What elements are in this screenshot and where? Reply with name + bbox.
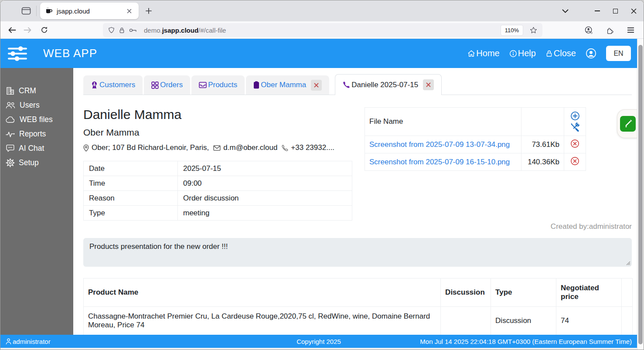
tools-icon[interactable] <box>570 122 580 132</box>
web-app: WEB APP Home Help Close EN <box>0 39 644 350</box>
url-text: demo.jsapp.cloud/#/call-file <box>144 27 501 34</box>
activity-icon <box>6 131 15 137</box>
sliders-menu-icon[interactable] <box>7 45 27 62</box>
chat-icon <box>6 144 15 153</box>
footer-datetime: Mon Jul 14 2025 22:04:18 GMT+0300 (Easte… <box>420 338 632 345</box>
divider <box>36 6 37 16</box>
edit-pencil-icon <box>620 116 636 132</box>
contact-address: Ober; 107 Bd Richard-Lenoir, Paris, <box>92 143 209 152</box>
contact-phone: +33 23932.... <box>291 143 334 152</box>
scrollbar-thumb[interactable] <box>638 45 643 344</box>
file-row: Screenshot from 2025-07-09 13-07-34.png … <box>365 136 586 153</box>
delete-file-icon[interactable] <box>570 156 579 166</box>
tab-close-button[interactable] <box>311 80 322 91</box>
delete-file-icon[interactable] <box>570 139 579 148</box>
tab-orders[interactable]: Orders <box>144 75 190 95</box>
browser-navbar: demo.jsapp.cloud/#/call-file 110% <box>0 21 644 39</box>
app-footer: Copyright 2025 administrator Mon Jul 14 … <box>0 335 637 348</box>
note-textarea[interactable]: Products presentation for the new order … <box>83 238 632 267</box>
tab-products[interactable]: Products <box>191 75 245 95</box>
call-details-table: Date2025-07-15 Time09:00 ReasonOrder dis… <box>83 161 352 221</box>
browser-tab[interactable]: jsapp.cloud <box>40 3 139 19</box>
user-profile-icon[interactable] <box>586 48 596 59</box>
add-file-icon[interactable] <box>570 111 580 121</box>
bookmark-star-icon[interactable] <box>528 24 539 36</box>
lock-icon[interactable] <box>119 27 125 34</box>
site-favicon-mug-icon <box>45 7 53 14</box>
product-name-cell: Chassagne-Montrachet Premier Cru, La Car… <box>84 307 441 335</box>
url-bar[interactable]: demo.jsapp.cloud/#/call-file 110% <box>103 23 542 37</box>
product-discussion-cell <box>441 307 491 335</box>
browser-window: jsapp.cloud <box>0 0 644 350</box>
inbox-icon <box>199 82 207 88</box>
customer-badge-icon <box>91 81 98 89</box>
resize-grip-icon[interactable] <box>626 261 630 265</box>
sidebar-item-reports[interactable]: Reports <box>0 127 73 141</box>
sidebar-item-crm[interactable]: CRM <box>0 84 73 98</box>
sidebar-item-ai-chat[interactable]: AI Chat <box>0 141 73 156</box>
menu-hamburger-icon[interactable] <box>624 24 637 37</box>
table-row: ReasonOrder discussion <box>84 191 352 206</box>
product-row: Chassagne-Montrachet Premier Cru, La Car… <box>84 307 633 335</box>
contact-line: Ober; 107 Bd Richard-Lenoir, Paris, d.m@… <box>83 143 352 152</box>
language-selector[interactable]: EN <box>606 46 631 61</box>
cloud-icon <box>6 116 16 123</box>
tab-customers[interactable]: Customers <box>83 75 143 95</box>
info-icon <box>509 50 517 58</box>
file-size: 140.36Kb <box>521 153 564 171</box>
main-panel: Customers Orders Products <box>73 68 637 335</box>
browser-tab-title: jsapp.cloud <box>57 7 124 15</box>
app-tabbar: Customers Orders Products <box>83 75 632 95</box>
products-table: Product Name Discussion Type Negotiated … <box>83 278 633 335</box>
browser-tabstrip: jsapp.cloud <box>0 0 644 21</box>
table-row: Date2025-07-15 <box>84 161 352 176</box>
phone-small-icon <box>282 145 288 151</box>
key-icon[interactable] <box>129 28 137 33</box>
forward-button[interactable] <box>20 24 34 37</box>
clipboard-icon <box>253 81 259 89</box>
sidebar-item-setup[interactable]: Setup <box>0 156 73 170</box>
shield-icon[interactable] <box>108 27 115 34</box>
page-scrollbar[interactable] <box>637 39 644 350</box>
file-row: Screenshot from 2025-07-09 16-15-10.png … <box>365 153 586 171</box>
tab-close-icon[interactable] <box>124 6 134 16</box>
edit-button[interactable] <box>617 109 637 138</box>
table-row: Typemeeting <box>84 206 352 221</box>
back-button[interactable] <box>5 24 19 37</box>
envelope-icon <box>213 145 221 151</box>
window-maximize-button[interactable] <box>613 9 618 14</box>
tab-list-chevron-icon[interactable] <box>562 9 569 13</box>
sidebar-item-users[interactable]: Users <box>0 98 73 112</box>
window-minimize-button[interactable] <box>595 10 600 11</box>
call-file-content: Danielle Mamma Ober Mamma Ober; 107 Bd R… <box>73 107 637 335</box>
extensions-puzzle-icon[interactable] <box>603 24 617 37</box>
padlock-icon <box>545 50 553 58</box>
product-price-cell: 74 <box>556 307 622 335</box>
product-type-cell: Discussion <box>491 307 556 335</box>
files-header-row: File Name <box>365 108 586 136</box>
file-link[interactable]: Screenshot from 2025-07-09 13-07-34.png <box>369 140 510 149</box>
tab-danielle-call[interactable]: Danielle 2025-07-15 <box>335 74 442 95</box>
reload-button[interactable] <box>37 24 51 37</box>
tab-close-button[interactable] <box>423 79 434 90</box>
close-session-link[interactable]: Close <box>545 48 576 58</box>
users-icon <box>6 102 16 109</box>
app-title: WEB APP <box>43 47 97 60</box>
zoom-level-badge[interactable]: 110% <box>501 25 523 36</box>
home-link[interactable]: Home <box>467 48 499 58</box>
firefox-view-icon[interactable] <box>20 4 33 17</box>
created-by-label: Created by:administrator <box>83 222 632 231</box>
window-close-button[interactable] <box>631 8 637 14</box>
file-link[interactable]: Screenshot from 2025-07-09 16-15-10.png <box>369 158 510 166</box>
sidebar-item-web-files[interactable]: WEB files <box>0 112 73 127</box>
location-pin-icon <box>83 144 89 152</box>
new-tab-button[interactable] <box>142 4 155 17</box>
contact-name-heading: Danielle Mamma <box>83 107 352 122</box>
app-header: WEB APP Home Help Close EN <box>0 39 637 68</box>
sidebar: CRM Users WEB files Reports AI Chat Setu… <box>0 68 73 335</box>
help-link[interactable]: Help <box>509 48 536 58</box>
contact-email: d.m@ober.cloud <box>223 143 277 152</box>
account-icon[interactable] <box>582 24 596 37</box>
company-name-heading: Ober Mamma <box>83 127 352 138</box>
tab-ober-mamma[interactable]: Ober Mamma <box>246 75 329 95</box>
